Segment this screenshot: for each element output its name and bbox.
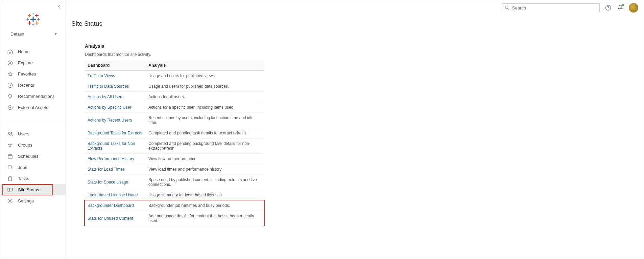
section-subtitle: Dashboards that monitor site activity. — [85, 52, 644, 57]
nav-label: Explore — [18, 60, 33, 65]
dashboard-cell: Login-based License Usage — [85, 190, 146, 200]
sitestatus-icon — [7, 187, 13, 193]
dashboard-link[interactable]: Flow Performance History — [88, 156, 134, 161]
nav-label: External Assets — [18, 105, 48, 110]
nav-item-external-assets[interactable]: External Assets — [0, 102, 66, 113]
dashboard-cell: Stats for Load Times — [85, 164, 146, 175]
dashboard-link[interactable]: Stats for Load Times — [88, 167, 125, 172]
nav-item-users[interactable]: Users — [0, 128, 66, 139]
table-row: Stats for Unused ContentAge and usage de… — [85, 211, 264, 226]
nav-label: Groups — [18, 143, 32, 148]
analysis-cell: Space used by published content, includi… — [146, 175, 264, 190]
dashboard-cell: Stats for Space Usage — [85, 175, 146, 190]
table-row: Stats for Load TimesView load times and … — [85, 164, 264, 175]
analysis-cell: Backgrounder job runtimes and busy perio… — [146, 200, 264, 211]
search-input[interactable] — [512, 5, 597, 10]
dashboard-link[interactable]: Backgrounder Dashboard — [88, 203, 134, 208]
dashboard-link[interactable]: Background Tasks for Extracts — [88, 131, 142, 135]
nav-item-explore[interactable]: Explore — [0, 57, 66, 68]
dashboard-cell: Flow Performance History — [85, 154, 146, 164]
nav-label: Favorites — [18, 71, 36, 77]
nav-item-schedules[interactable]: Schedules — [0, 151, 66, 162]
sidebar: Default ▼ HomeExploreFavoritesRecentsRec… — [0, 0, 66, 259]
clipboard-icon — [7, 176, 13, 182]
dashboard-cell: Traffic to Views — [85, 71, 146, 81]
nav-label: Jobs — [18, 165, 27, 170]
nav-label: Schedules — [18, 154, 39, 159]
nav-label: Recommendations — [18, 94, 54, 99]
nav-item-recommendations[interactable]: Recommendations — [0, 91, 66, 102]
table-row: Backgrounder DashboardBackgrounder job r… — [85, 200, 264, 211]
dashboard-cell: Backgrounder Dashboard — [85, 200, 146, 211]
page-title: Site Status — [71, 20, 644, 27]
analysis-cell: View flow run performance. — [146, 154, 264, 164]
notification-dot-icon — [622, 4, 624, 6]
nav-item-site-status[interactable]: Site Status — [0, 184, 66, 195]
analysis-cell: Actions for all users. — [146, 92, 264, 102]
bulb-icon — [7, 93, 13, 100]
nav-divider — [0, 120, 66, 120]
nav-label: Home — [18, 49, 30, 54]
nav-label: Site Status — [18, 187, 39, 192]
table-row: Traffic to ViewsUsage and users for publ… — [85, 71, 264, 81]
table-row: Background Tasks for ExtractsCompleted a… — [85, 128, 264, 138]
dashboard-link[interactable]: Actions by Specific User — [88, 105, 131, 110]
analysis-cell: Recent actions by users, including last … — [146, 113, 264, 128]
search-icon — [505, 5, 509, 10]
analysis-cell: Usage and users for published views. — [146, 71, 264, 81]
analysis-cell: Age and usage details for content that h… — [146, 211, 264, 226]
notifications-button[interactable] — [617, 4, 624, 12]
content: Analysis Dashboards that monitor site ac… — [66, 33, 644, 226]
nav-item-home[interactable]: Home — [0, 46, 66, 57]
nav-item-groups[interactable]: Groups — [0, 139, 66, 151]
table-row: Actions by Recent UsersRecent actions by… — [85, 113, 264, 128]
site-name: Default — [10, 31, 24, 37]
caret-down-icon: ▼ — [54, 32, 57, 36]
dashboard-link[interactable]: Actions by Recent Users — [88, 118, 132, 123]
dashboard-link[interactable]: Stats for Space Usage — [88, 180, 128, 185]
nav-primary: HomeExploreFavoritesRecentsRecommendatio… — [0, 41, 66, 116]
nav-item-tasks[interactable]: Tasks — [0, 173, 66, 184]
table-row: Traffic to Data SourcesUsage and users f… — [85, 81, 264, 92]
help-button[interactable] — [604, 4, 612, 12]
dashboard-cell: Background Tasks for Non Extracts — [85, 138, 146, 154]
jobs-icon — [7, 165, 13, 171]
dashboard-link[interactable]: Traffic to Views — [88, 73, 115, 78]
user-avatar[interactable] — [629, 3, 638, 13]
svg-point-21 — [608, 9, 609, 9]
dashboard-link[interactable]: Stats for Unused Content — [88, 216, 133, 221]
dashboard-link[interactable]: Background Tasks for Non Extracts — [88, 141, 135, 151]
home-icon — [7, 49, 13, 55]
dashboard-cell: Actions by Recent Users — [85, 113, 146, 128]
table-row: Login-based License UsageUsage summary f… — [85, 190, 264, 200]
analysis-cell: Completed and pending task details for e… — [146, 128, 264, 138]
section-title: Analysis — [85, 43, 644, 49]
analysis-cell: Completed and pending background task de… — [146, 138, 264, 154]
column-analysis: Analysis — [146, 60, 264, 71]
nav-item-settings[interactable]: Settings — [0, 195, 66, 207]
dashboard-cell: Actions by All Users — [85, 92, 146, 102]
sidebar-collapse-button[interactable] — [56, 4, 62, 11]
help-icon — [605, 4, 612, 11]
analysis-cell: Usage summary for login-based licenses — [146, 190, 264, 200]
dashboard-link[interactable]: Actions by All Users — [88, 94, 123, 99]
page-header: Site Status — [66, 15, 644, 33]
calendar-icon — [7, 153, 13, 159]
search-box[interactable] — [502, 3, 600, 12]
nav-item-jobs[interactable]: Jobs — [0, 162, 66, 173]
nav-item-recents[interactable]: Recents — [0, 80, 66, 91]
nav-admin: UsersGroupsSchedulesJobsTasksSite Status… — [0, 124, 66, 210]
dashboard-cell: Actions by Specific User — [85, 102, 146, 113]
dashboard-cell: Traffic to Data Sources — [85, 81, 146, 92]
table-row: Actions by Specific UserActions for a sp… — [85, 102, 264, 113]
nav-item-favorites[interactable]: Favorites — [0, 68, 66, 80]
nav-label: Tasks — [18, 176, 29, 181]
dashboard-link[interactable]: Login-based License Usage — [88, 193, 138, 197]
compass-icon — [7, 60, 13, 66]
dashboard-link[interactable]: Traffic to Data Sources — [88, 84, 129, 89]
cube-icon — [7, 105, 13, 111]
site-selector[interactable]: Default ▼ — [0, 31, 66, 41]
analysis-cell: View load times and performance history. — [146, 164, 264, 175]
table-row: Actions by All UsersActions for all user… — [85, 92, 264, 102]
users-icon — [7, 131, 13, 137]
